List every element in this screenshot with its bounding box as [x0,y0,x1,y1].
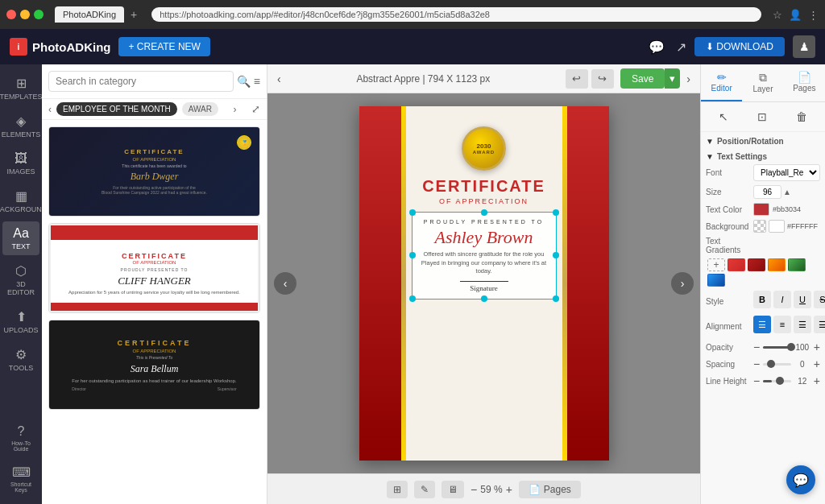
zoom-in-btn[interactable]: + [506,483,512,496]
template-card-3[interactable]: CERTIFICATE OF APPRECIATION This is Pres… [48,320,260,410]
chat-button[interactable]: 💬 [786,465,815,494]
cat-next-btn[interactable]: › [234,104,237,115]
user-avatar[interactable]: ♟ [793,35,815,58]
minimize-window-btn[interactable] [20,10,30,19]
text-color-picker[interactable]: #bb3034 [753,203,820,216]
align-right-btn[interactable]: ☰ [794,316,811,333]
font-select[interactable]: Playball_Regular [753,164,820,181]
save-dropdown-btn[interactable]: ▾ [665,68,680,89]
opacity-decrease-btn[interactable]: − [753,341,760,353]
gradient-blue[interactable] [707,274,725,287]
opacity-increase-btn[interactable]: + [814,341,820,353]
handle-tl[interactable] [409,209,416,216]
cat-prev-btn[interactable]: ‹ [48,104,52,115]
handle-bm[interactable] [481,295,487,302]
search-button[interactable]: 🔍 [237,75,251,88]
opacity-thumb[interactable] [787,343,795,351]
gradient-add-btn[interactable]: + [707,258,725,271]
spacing-increase-btn[interactable]: + [814,357,820,370]
cert-selected-text-box[interactable]: PROUDLY PRESENTED TO Ashley Brown Offere… [412,212,557,300]
menu-icon[interactable]: ⋮ [808,9,819,21]
tool-cursor-btn[interactable]: ↖ [715,107,732,126]
line-height-increase-btn[interactable]: + [814,374,820,387]
position-section-header[interactable]: ▼ Position/Rotation [706,137,820,146]
align-center-btn[interactable]: ≡ [773,316,791,333]
size-up-arrow[interactable]: ▲ [783,188,791,196]
template-card-1[interactable]: 🏅 CERTIFICATE OF APPRECIATION This certi… [48,126,260,217]
gradient-dark-red[interactable] [748,258,765,271]
sidebar-item-text[interactable]: Aa TEXT [2,221,39,255]
text-settings-header[interactable]: ▼ Text Settings [706,152,820,161]
sidebar-item-howto[interactable]: ? How-To Guide [2,419,39,456]
tab-layer[interactable]: ⧉ Layer [742,64,783,101]
zoom-out-btn[interactable]: − [471,483,477,496]
sidebar-item-elements[interactable]: ◈ ELEMENTS [2,109,39,143]
handle-ml[interactable] [409,252,416,258]
underline-button[interactable]: U [794,291,811,308]
redo-button[interactable]: ↪ [591,69,614,89]
align-left-btn[interactable]: ☰ [753,316,771,333]
cert-recipient-name[interactable]: Ashley Brown [417,228,551,247]
share-icon[interactable]: ↗ [676,39,686,55]
handle-bl[interactable] [409,295,416,302]
size-input[interactable] [753,185,781,199]
spacing-thumb[interactable] [767,360,775,368]
create-new-button[interactable]: + CREATE NEW [118,37,209,56]
save-button[interactable]: Save [620,68,665,89]
bg-color-swatch[interactable] [769,220,785,233]
message-icon[interactable]: 💬 [649,39,665,55]
handle-tm[interactable] [481,209,487,216]
canvas-prev-btn[interactable]: ‹ [277,72,281,85]
sidebar-item-shortcuts[interactable]: ⌨ Shortcut Keys [2,460,39,498]
expand-categories-btn[interactable]: ⤢ [251,103,260,115]
handle-mr[interactable] [553,252,559,258]
grid-view-btn[interactable]: ⊞ [387,481,408,498]
cat-tab-award[interactable]: AWAR [182,102,218,116]
tool-crop-btn[interactable]: ⊡ [754,107,770,126]
sidebar-item-3deditor[interactable]: ⬡ 3D EDITOR [2,258,39,301]
opacity-track[interactable] [763,346,791,349]
strikethrough-button[interactable]: S [814,291,825,308]
sidebar-item-images[interactable]: 🖼 IMAGES [2,147,39,180]
template-card-2[interactable]: CERTIFICATE OF APPRECIATION PROUDLY PRES… [48,223,260,313]
tool-delete-btn[interactable]: 🗑 [793,107,810,126]
cat-tab-employee[interactable]: EMPLOYEE OF THE MONTH [56,102,177,116]
gradient-orange[interactable] [768,258,786,271]
line-height-track[interactable] [763,380,791,382]
tab-pages[interactable]: 📄 Pages [784,64,825,101]
bg-transparent-btn[interactable] [753,220,766,233]
address-bar[interactable]: https://photoadking.com/app/#editor/j48c… [151,7,761,22]
text-color-swatch[interactable] [753,203,769,216]
spacing-decrease-btn[interactable]: − [753,357,760,370]
list-view-button[interactable]: ≡ [254,75,260,88]
sidebar-item-background[interactable]: ▦ BACKGROUND [2,184,39,218]
sidebar-item-tools[interactable]: ⚙ TOOLS [2,342,39,377]
pages-button[interactable]: 📄 Pages [519,481,581,498]
tab-editor[interactable]: ✏ Editor [701,64,742,101]
italic-button[interactable]: I [773,291,791,308]
undo-button[interactable]: ↩ [566,69,588,89]
bold-button[interactable]: B [753,291,771,308]
canvas-scroll-prev[interactable]: ‹ [274,272,296,295]
maximize-window-btn[interactable] [34,10,44,19]
line-height-decrease-btn[interactable]: − [753,374,760,387]
browser-tab-active[interactable]: PhotoADKing [55,6,124,23]
align-justify-btn[interactable]: ☰ [814,316,825,333]
handle-tr[interactable] [553,209,559,216]
pen-tool-btn[interactable]: ✎ [414,481,435,498]
handle-br[interactable] [553,295,559,302]
search-input[interactable] [48,71,234,92]
close-window-btn[interactable] [6,10,16,19]
spacing-track[interactable] [763,363,791,366]
account-icon[interactable]: 👤 [789,9,802,21]
canvas-next-btn[interactable]: › [686,72,690,85]
sidebar-item-templates[interactable]: ⊞ TEMPLATES [2,71,39,105]
gradient-red[interactable] [728,258,745,271]
new-tab-btn[interactable]: + [127,8,140,21]
line-height-thumb[interactable] [776,377,784,385]
gradient-green[interactable] [788,258,806,271]
star-icon[interactable]: ☆ [773,9,782,21]
monitor-btn[interactable]: 🖥 [442,481,464,498]
canvas-scroll-next[interactable]: › [671,272,694,295]
sidebar-item-uploads[interactable]: ⬆ UPLOADS [2,304,39,339]
